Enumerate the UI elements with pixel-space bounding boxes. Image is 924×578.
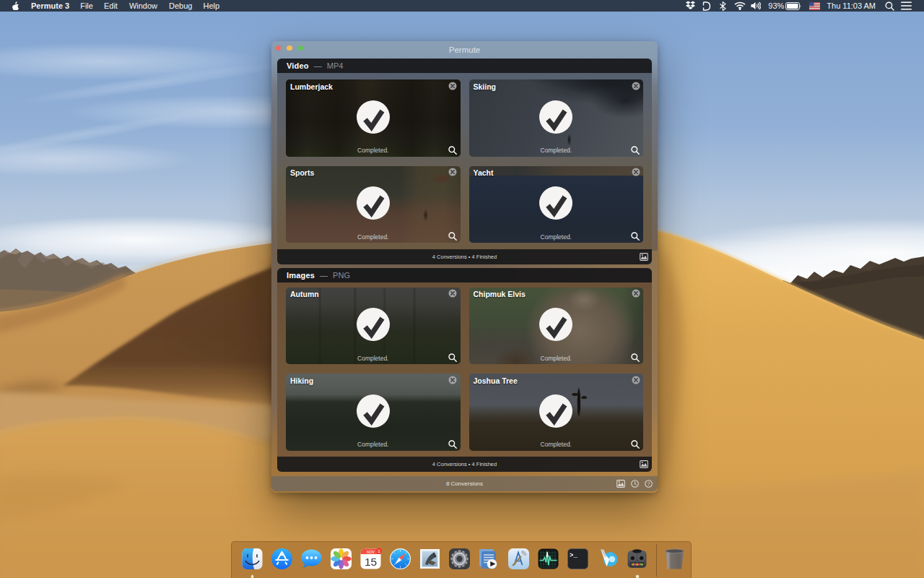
- svg-text:>_: >_: [570, 552, 578, 559]
- svg-text:15: 15: [364, 556, 376, 568]
- svg-text:NOV: NOV: [367, 550, 375, 554]
- svg-text:?: ?: [647, 480, 650, 486]
